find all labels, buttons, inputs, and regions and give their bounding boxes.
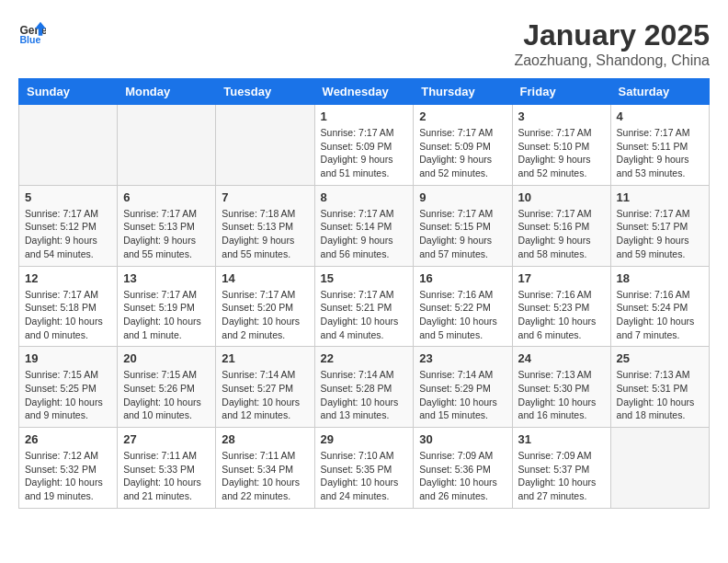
day-number: 13 — [123, 271, 210, 285]
calendar-cell: 25Sunrise: 7:13 AM Sunset: 5:31 PM Dayli… — [610, 347, 709, 428]
page-header: General Blue January 2025 Zaozhuang, Sha… — [18, 18, 710, 69]
calendar-week-row: 12Sunrise: 7:17 AM Sunset: 5:18 PM Dayli… — [19, 266, 710, 347]
day-header-wednesday: Wednesday — [314, 79, 414, 105]
day-number: 15 — [321, 271, 408, 285]
cell-content: Sunrise: 7:09 AM Sunset: 5:36 PM Dayligh… — [419, 449, 506, 503]
cell-content: Sunrise: 7:17 AM Sunset: 5:11 PM Dayligh… — [617, 126, 703, 180]
calendar-cell — [216, 105, 314, 186]
cell-content: Sunrise: 7:16 AM Sunset: 5:24 PM Dayligh… — [617, 288, 703, 342]
cell-content: Sunrise: 7:17 AM Sunset: 5:13 PM Dayligh… — [123, 207, 210, 261]
svg-text:Blue: Blue — [20, 34, 41, 45]
cell-content: Sunrise: 7:17 AM Sunset: 5:19 PM Dayligh… — [123, 288, 210, 342]
calendar-cell — [118, 105, 216, 186]
calendar-cell: 30Sunrise: 7:09 AM Sunset: 5:36 PM Dayli… — [414, 428, 512, 509]
day-number: 4 — [617, 109, 703, 123]
day-header-thursday: Thursday — [414, 79, 512, 105]
calendar-cell — [19, 105, 118, 186]
calendar-cell: 19Sunrise: 7:15 AM Sunset: 5:25 PM Dayli… — [19, 347, 118, 428]
calendar-cell: 3Sunrise: 7:17 AM Sunset: 5:10 PM Daylig… — [512, 105, 610, 186]
calendar-week-row: 26Sunrise: 7:12 AM Sunset: 5:32 PM Dayli… — [19, 428, 710, 509]
calendar-cell: 24Sunrise: 7:13 AM Sunset: 5:30 PM Dayli… — [512, 347, 610, 428]
cell-content: Sunrise: 7:14 AM Sunset: 5:28 PM Dayligh… — [321, 368, 408, 422]
day-number: 23 — [419, 351, 506, 365]
cell-content: Sunrise: 7:14 AM Sunset: 5:29 PM Dayligh… — [419, 368, 506, 422]
title-section: January 2025 Zaozhuang, Shandong, China — [514, 18, 710, 69]
cell-content: Sunrise: 7:17 AM Sunset: 5:09 PM Dayligh… — [321, 126, 408, 180]
day-number: 21 — [222, 351, 308, 365]
day-number: 5 — [25, 190, 111, 204]
day-number: 20 — [123, 351, 210, 365]
calendar-cell: 18Sunrise: 7:16 AM Sunset: 5:24 PM Dayli… — [610, 266, 709, 347]
day-number: 19 — [25, 351, 111, 365]
calendar-cell: 29Sunrise: 7:10 AM Sunset: 5:35 PM Dayli… — [314, 428, 414, 509]
cell-content: Sunrise: 7:13 AM Sunset: 5:30 PM Dayligh… — [518, 368, 605, 422]
day-number: 12 — [25, 271, 111, 285]
calendar-cell: 2Sunrise: 7:17 AM Sunset: 5:09 PM Daylig… — [414, 105, 512, 186]
subtitle: Zaozhuang, Shandong, China — [514, 52, 710, 69]
cell-content: Sunrise: 7:14 AM Sunset: 5:27 PM Dayligh… — [222, 368, 308, 422]
calendar-cell: 7Sunrise: 7:18 AM Sunset: 5:13 PM Daylig… — [216, 185, 314, 266]
calendar-cell: 23Sunrise: 7:14 AM Sunset: 5:29 PM Dayli… — [414, 347, 512, 428]
cell-content: Sunrise: 7:17 AM Sunset: 5:15 PM Dayligh… — [419, 207, 506, 261]
calendar-cell: 6Sunrise: 7:17 AM Sunset: 5:13 PM Daylig… — [118, 185, 216, 266]
cell-content: Sunrise: 7:17 AM Sunset: 5:16 PM Dayligh… — [518, 207, 605, 261]
day-number: 29 — [321, 432, 408, 446]
cell-content: Sunrise: 7:11 AM Sunset: 5:34 PM Dayligh… — [222, 449, 308, 503]
cell-content: Sunrise: 7:17 AM Sunset: 5:14 PM Dayligh… — [321, 207, 408, 261]
main-title: January 2025 — [514, 18, 710, 52]
day-number: 28 — [222, 432, 308, 446]
calendar-cell: 10Sunrise: 7:17 AM Sunset: 5:16 PM Dayli… — [512, 185, 610, 266]
calendar-cell: 12Sunrise: 7:17 AM Sunset: 5:18 PM Dayli… — [19, 266, 118, 347]
logo: General Blue — [18, 18, 46, 46]
calendar-cell: 4Sunrise: 7:17 AM Sunset: 5:11 PM Daylig… — [610, 105, 709, 186]
day-number: 22 — [321, 351, 408, 365]
calendar-cell: 31Sunrise: 7:09 AM Sunset: 5:37 PM Dayli… — [512, 428, 610, 509]
day-number: 3 — [518, 109, 605, 123]
day-header-monday: Monday — [118, 79, 216, 105]
day-number: 6 — [123, 190, 210, 204]
cell-content: Sunrise: 7:17 AM Sunset: 5:20 PM Dayligh… — [222, 288, 308, 342]
cell-content: Sunrise: 7:16 AM Sunset: 5:23 PM Dayligh… — [518, 288, 605, 342]
logo-icon: General Blue — [18, 18, 46, 46]
calendar-cell: 9Sunrise: 7:17 AM Sunset: 5:15 PM Daylig… — [414, 185, 512, 266]
calendar-week-row: 5Sunrise: 7:17 AM Sunset: 5:12 PM Daylig… — [19, 185, 710, 266]
cell-content: Sunrise: 7:17 AM Sunset: 5:17 PM Dayligh… — [617, 207, 703, 261]
calendar-cell: 22Sunrise: 7:14 AM Sunset: 5:28 PM Dayli… — [314, 347, 414, 428]
calendar-cell: 21Sunrise: 7:14 AM Sunset: 5:27 PM Dayli… — [216, 347, 314, 428]
cell-content: Sunrise: 7:17 AM Sunset: 5:10 PM Dayligh… — [518, 126, 605, 180]
day-number: 27 — [123, 432, 210, 446]
cell-content: Sunrise: 7:09 AM Sunset: 5:37 PM Dayligh… — [518, 449, 605, 503]
cell-content: Sunrise: 7:17 AM Sunset: 5:21 PM Dayligh… — [321, 288, 408, 342]
day-number: 11 — [617, 190, 703, 204]
day-number: 2 — [419, 109, 506, 123]
cell-content: Sunrise: 7:17 AM Sunset: 5:18 PM Dayligh… — [25, 288, 111, 342]
calendar-cell: 28Sunrise: 7:11 AM Sunset: 5:34 PM Dayli… — [216, 428, 314, 509]
calendar-week-row: 19Sunrise: 7:15 AM Sunset: 5:25 PM Dayli… — [19, 347, 710, 428]
cell-content: Sunrise: 7:15 AM Sunset: 5:25 PM Dayligh… — [25, 368, 111, 422]
calendar-cell: 26Sunrise: 7:12 AM Sunset: 5:32 PM Dayli… — [19, 428, 118, 509]
day-number: 26 — [25, 432, 111, 446]
day-number: 25 — [617, 351, 703, 365]
calendar-cell: 14Sunrise: 7:17 AM Sunset: 5:20 PM Dayli… — [216, 266, 314, 347]
day-number: 8 — [321, 190, 408, 204]
day-header-sunday: Sunday — [19, 79, 118, 105]
calendar-cell: 16Sunrise: 7:16 AM Sunset: 5:22 PM Dayli… — [414, 266, 512, 347]
calendar-header-row: SundayMondayTuesdayWednesdayThursdayFrid… — [19, 79, 710, 105]
calendar-cell: 11Sunrise: 7:17 AM Sunset: 5:17 PM Dayli… — [610, 185, 709, 266]
calendar-cell: 13Sunrise: 7:17 AM Sunset: 5:19 PM Dayli… — [118, 266, 216, 347]
calendar-cell: 8Sunrise: 7:17 AM Sunset: 5:14 PM Daylig… — [314, 185, 414, 266]
cell-content: Sunrise: 7:11 AM Sunset: 5:33 PM Dayligh… — [123, 449, 210, 503]
cell-content: Sunrise: 7:17 AM Sunset: 5:09 PM Dayligh… — [419, 126, 506, 180]
cell-content: Sunrise: 7:13 AM Sunset: 5:31 PM Dayligh… — [617, 368, 703, 422]
cell-content: Sunrise: 7:16 AM Sunset: 5:22 PM Dayligh… — [419, 288, 506, 342]
day-number: 18 — [617, 271, 703, 285]
cell-content: Sunrise: 7:18 AM Sunset: 5:13 PM Dayligh… — [222, 207, 308, 261]
calendar-cell: 27Sunrise: 7:11 AM Sunset: 5:33 PM Dayli… — [118, 428, 216, 509]
day-number: 24 — [518, 351, 605, 365]
day-number: 9 — [419, 190, 506, 204]
cell-content: Sunrise: 7:17 AM Sunset: 5:12 PM Dayligh… — [25, 207, 111, 261]
day-number: 10 — [518, 190, 605, 204]
cell-content: Sunrise: 7:15 AM Sunset: 5:26 PM Dayligh… — [123, 368, 210, 422]
cell-content: Sunrise: 7:10 AM Sunset: 5:35 PM Dayligh… — [321, 449, 408, 503]
day-number: 17 — [518, 271, 605, 285]
